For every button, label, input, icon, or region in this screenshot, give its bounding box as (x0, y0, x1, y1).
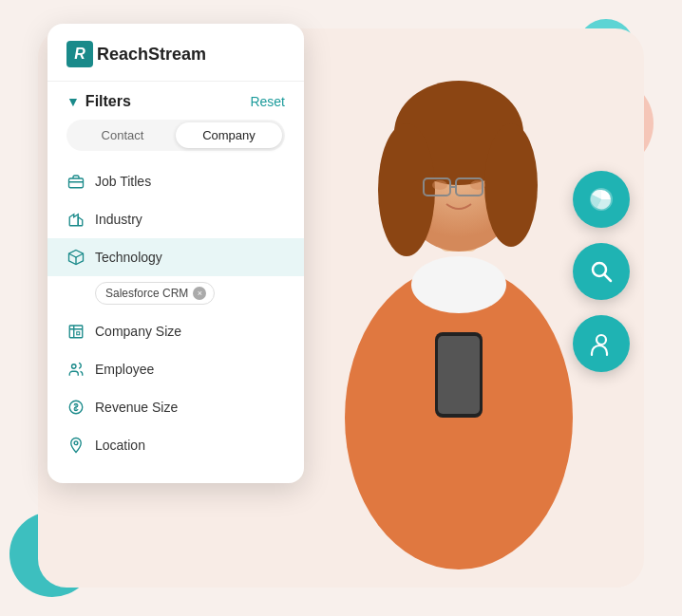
filters-title: ▼ Filters (66, 93, 131, 110)
search-circle-icon (573, 243, 630, 300)
svg-rect-20 (77, 332, 80, 335)
svg-point-6 (432, 180, 447, 190)
svg-rect-14 (69, 178, 84, 188)
person-circle-icon (573, 315, 630, 372)
svg-rect-17 (69, 326, 83, 338)
employee-label: Employee (95, 362, 154, 377)
svg-point-23 (74, 441, 78, 445)
reset-button[interactable]: Reset (250, 94, 285, 109)
filter-item-location[interactable]: Location (47, 426, 304, 464)
company-toggle[interactable]: Company (176, 122, 282, 148)
logo-icon: R (66, 41, 93, 67)
revenue-size-label: Revenue Size (95, 400, 178, 415)
company-size-label: Company Size (95, 324, 181, 339)
logo-text: ReachStream (97, 45, 206, 65)
dollar-icon (66, 398, 85, 417)
location-icon (66, 436, 85, 455)
person-image (312, 19, 606, 569)
svg-point-11 (411, 256, 506, 313)
chip-label: Salesforce CRM (105, 287, 188, 300)
svg-point-5 (484, 123, 538, 247)
filter-panel: R ReachStream ▼ Filters Reset Contact Co… (47, 24, 304, 483)
building-icon (66, 322, 85, 341)
floating-icons-group (573, 171, 630, 372)
filters-label: Filters (85, 93, 131, 110)
svg-point-4 (378, 123, 435, 256)
people-icon (66, 360, 85, 379)
contact-toggle[interactable]: Contact (69, 122, 176, 148)
cube-icon (66, 248, 85, 267)
chart-circle-icon (573, 171, 630, 228)
svg-rect-13 (438, 336, 480, 414)
filter-item-revenue-size[interactable]: Revenue Size (47, 388, 304, 426)
filter-funnel-icon: ▼ (66, 94, 80, 109)
chip-close-button[interactable]: × (193, 287, 206, 300)
filter-item-company-size[interactable]: Company Size (47, 312, 304, 350)
svg-line-26 (604, 274, 611, 281)
industry-label: Industry (95, 212, 142, 227)
filter-item-job-titles[interactable]: Job Titles (47, 162, 304, 200)
logo-area: R ReachStream (47, 24, 304, 82)
filter-toggle-group: Contact Company (66, 120, 285, 151)
filter-item-technology[interactable]: Technology (47, 238, 304, 276)
technology-label: Technology (95, 250, 162, 265)
filters-header: ▼ Filters Reset (47, 82, 304, 120)
job-titles-label: Job Titles (95, 174, 151, 189)
filter-item-employee[interactable]: Employee (47, 350, 304, 388)
filter-item-industry[interactable]: Industry (47, 200, 304, 238)
tech-chip-container: Salesforce CRM × (47, 276, 304, 312)
scene: R ReachStream ▼ Filters Reset Contact Co… (0, 0, 682, 616)
salesforce-crm-chip[interactable]: Salesforce CRM × (95, 282, 215, 305)
industry-icon (66, 210, 85, 229)
svg-point-21 (72, 364, 77, 369)
location-label: Location (95, 438, 145, 453)
briefcase-icon (66, 172, 85, 191)
svg-point-27 (597, 335, 606, 345)
